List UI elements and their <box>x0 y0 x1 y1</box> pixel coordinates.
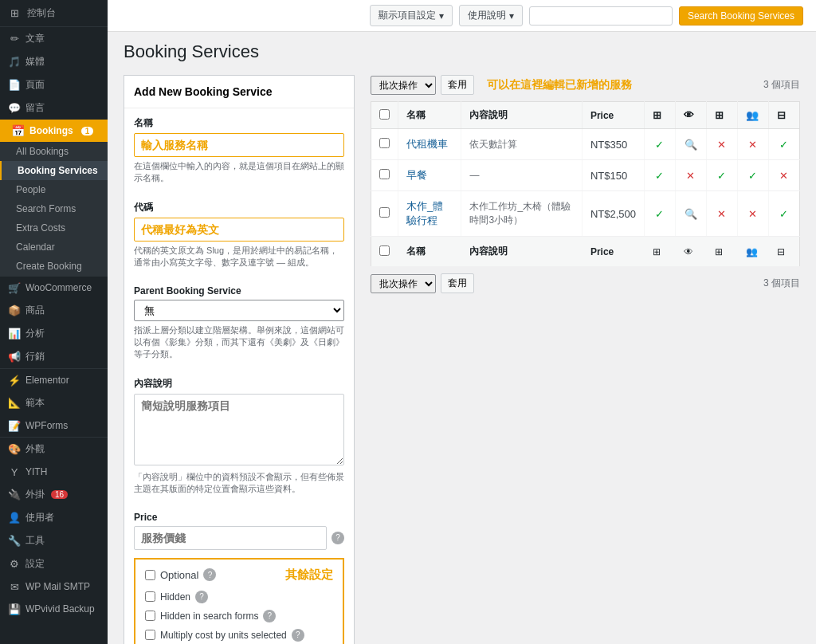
sidebar-bookings-header[interactable]: 📅 Bookings 1 <box>0 120 108 142</box>
multiply-units-help-icon[interactable]: ? <box>292 629 304 642</box>
sidebar-people[interactable]: People <box>0 180 108 199</box>
sidebar-dashboard[interactable]: ⊞ 控制台 <box>0 0 108 27</box>
display-settings-label: 顯示項目設定 <box>379 9 436 22</box>
price-help-icon[interactable]: ? <box>332 532 344 544</box>
sidebar-users[interactable]: 👤 使用者 <box>0 506 108 529</box>
yith-label: YITH <box>26 466 47 477</box>
help-arrow: ▾ <box>509 10 514 22</box>
scrollable-content: Add New Booking Service 名稱 在這個欄位中輸入的內容，就… <box>108 62 816 644</box>
table-row: 早餐 — NT$150 ✓ ✕ ✓ ✓ ✕ <box>371 160 800 191</box>
desc-textarea[interactable] <box>134 394 344 465</box>
comments-label: 留言 <box>26 101 45 115</box>
sidebar-wpforms[interactable]: 📝 WPForms <box>0 414 108 437</box>
row1-desc: 依天數計算 <box>461 129 582 160</box>
footer-name: 名稱 <box>398 237 461 267</box>
apply-btn-bottom[interactable]: 套用 <box>441 273 474 293</box>
bulk-action-select-bottom[interactable]: 批次操作 <box>371 274 436 293</box>
display-settings-btn[interactable]: 顯示項目設定 ▾ <box>370 5 453 26</box>
row3-name[interactable]: 木作_體驗行程 <box>406 200 443 226</box>
row1-check2-icon: ✓ <box>777 137 791 151</box>
row3-checkbox[interactable] <box>379 207 390 218</box>
search-btn[interactable]: Search Booking Services <box>679 6 803 26</box>
sidebar-marketing[interactable]: 📢 行銷 <box>0 345 108 368</box>
footer-icon5: ⊟ <box>768 237 799 267</box>
footer-checkbox-cell <box>371 237 398 267</box>
sidebar-pages[interactable]: 📄 頁面 <box>0 73 108 96</box>
sidebar-products[interactable]: 📦 商品 <box>0 299 108 322</box>
sidebar-plugins[interactable]: 🔌 外掛 16 <box>0 483 108 506</box>
sidebar-extra-costs[interactable]: Extra Costs <box>0 218 108 238</box>
row2-icon3-cell: ✓ <box>706 160 737 191</box>
bottom-toolbar-left: 批次操作 套用 <box>371 273 474 293</box>
sidebar-templates[interactable]: 📐 範本 <box>0 391 108 414</box>
wpforms-label: WPForms <box>26 420 68 431</box>
sidebar-bookings-section: 📅 Bookings 1 All Bookings Booking Servic… <box>0 120 108 276</box>
bulk-action-select[interactable]: 批次操作 <box>371 76 436 95</box>
settings-label: 設定 <box>26 557 45 571</box>
row2-name[interactable]: 早餐 <box>406 169 427 181</box>
row1-checkbox[interactable] <box>379 138 390 148</box>
row1-price: NT$350 <box>582 129 644 160</box>
th-price[interactable]: Price <box>582 102 644 129</box>
slug-hint: 代稱的英文原文為 Slug，是用於網址中的易記名稱，通常由小寫英文字母、數字及連… <box>134 245 344 269</box>
bookings-label: Bookings <box>29 125 73 136</box>
display-settings-arrow: ▾ <box>439 10 444 22</box>
comments-icon: 💬 <box>8 102 21 115</box>
hidden-help-icon[interactable]: ? <box>195 591 208 603</box>
sidebar-analytics[interactable]: 📊 分析 <box>0 322 108 345</box>
help-btn[interactable]: 使用說明 ▾ <box>459 5 523 26</box>
price-input[interactable] <box>134 526 327 550</box>
right-panel: 批次操作 套用 可以在這裡編輯已新增的服務 3 個項目 名稱 內容說明 <box>371 75 800 644</box>
plugins-label: 外掛 <box>26 488 45 501</box>
sidebar-search-forms[interactable]: Search Forms <box>0 199 108 218</box>
name-input[interactable] <box>134 133 344 157</box>
optional-help-icon[interactable]: ? <box>203 568 216 581</box>
tools-label: 工具 <box>26 534 45 548</box>
select-all-checkbox[interactable] <box>379 109 390 120</box>
hidden-checkbox[interactable] <box>145 591 155 602</box>
row1-icon5-cell: ✓ <box>768 129 799 160</box>
sidebar-media[interactable]: 🎵 媒體 <box>0 50 108 73</box>
search-input[interactable] <box>529 6 673 26</box>
sidebar-booking-services[interactable]: Booking Services <box>0 161 108 180</box>
table-count-bottom: 3 個項目 <box>763 277 800 290</box>
th-name[interactable]: 名稱 <box>398 102 461 129</box>
sidebar-all-bookings[interactable]: All Bookings <box>0 142 108 161</box>
sidebar-settings[interactable]: ⚙ 設定 <box>0 552 108 575</box>
parent-label: Parent Booking Service <box>134 285 344 296</box>
row2-x2-icon: ✕ <box>777 168 791 183</box>
row2-checkbox[interactable] <box>379 169 390 179</box>
th-desc[interactable]: 內容說明 <box>461 102 582 129</box>
price-input-row: ? <box>134 526 344 550</box>
parent-select[interactable]: 無 <box>134 300 344 321</box>
sidebar-backup[interactable]: 💾 WPvivid Backup <box>0 598 108 620</box>
th-icon2: 👁 <box>675 102 706 129</box>
row1-icon1-cell: ✓ <box>644 129 675 160</box>
users-icon: 👤 <box>8 512 21 524</box>
sidebar-appearance[interactable]: 🎨 外觀 <box>0 438 108 461</box>
multiply-units-checkbox[interactable] <box>145 630 155 640</box>
sidebar-posts[interactable]: ✏ 文章 <box>0 27 108 50</box>
row3-desc: 木作工作坊_木椅（體驗時間3小時） <box>461 191 582 237</box>
sidebar-create-booking[interactable]: Create Booking <box>0 257 108 276</box>
footer-checkbox[interactable] <box>379 245 390 256</box>
sidebar-calendar[interactable]: Calendar <box>0 238 108 257</box>
apply-btn[interactable]: 套用 <box>441 75 474 95</box>
optional-checkbox[interactable] <box>145 570 155 580</box>
sidebar-yith[interactable]: Y YITH <box>0 461 108 483</box>
elementor-icon: ⚡ <box>8 374 21 387</box>
sidebar-comments[interactable]: 💬 留言 <box>0 96 108 120</box>
sidebar-smtp[interactable]: ✉ WP Mail SMTP <box>0 575 108 598</box>
hidden-search-help-icon[interactable]: ? <box>263 610 276 622</box>
sidebar-tools[interactable]: 🔧 工具 <box>0 529 108 552</box>
hidden-search-checkbox[interactable] <box>145 611 155 621</box>
marketing-icon: 📢 <box>8 351 21 363</box>
row1-x2-icon: ✕ <box>746 137 760 151</box>
row2-desc: — <box>461 160 582 191</box>
row2-checkbox-cell <box>371 160 398 191</box>
sidebar-woocommerce[interactable]: 🛒 WooCommerce <box>0 277 108 299</box>
sidebar-elementor[interactable]: ⚡ Elementor <box>0 369 108 391</box>
row1-name[interactable]: 代租機車 <box>406 138 448 150</box>
table-footer-row: 名稱 內容說明 Price ⊞ 👁 ⊞ 👥 ⊟ <box>371 237 800 267</box>
slug-input[interactable] <box>134 218 344 242</box>
